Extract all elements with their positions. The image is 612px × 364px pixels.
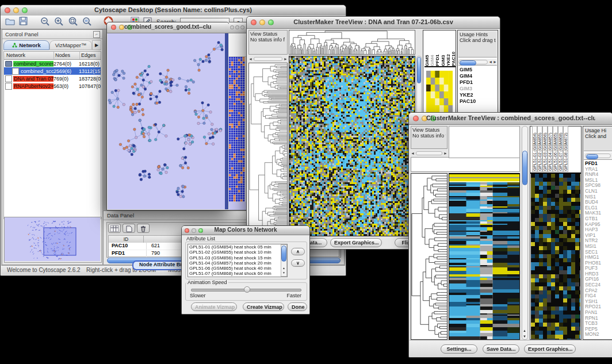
tv2-gene-item[interactable]: MSL1	[585, 178, 612, 183]
zoom-selected-icon[interactable]	[82, 17, 92, 28]
float-panel-icon[interactable]: ⌐	[93, 31, 100, 38]
tv2-gene-item[interactable]: PFD1	[585, 161, 612, 167]
tv2-gene-item[interactable]: PEP5	[585, 327, 612, 332]
tv1-zoom-heatmap[interactable]	[426, 71, 453, 112]
attribute-item[interactable]: GPL51-07 (GSM868) heat shock 60 min	[189, 271, 287, 276]
tabs-overflow-button[interactable]: ▶	[92, 40, 101, 50]
minimize-button[interactable]	[119, 25, 124, 30]
close-button[interactable]	[413, 116, 419, 121]
tv2-gene-item[interactable]: RPN1	[585, 316, 612, 321]
tv2-gene-hscrollbar[interactable]	[584, 152, 612, 160]
tv2-gene-item[interactable]: CLN1	[585, 189, 612, 194]
new-attribute-icon[interactable]	[123, 224, 135, 233]
tv1-col-dendrogram[interactable]	[289, 30, 415, 55]
dense-network-canvas[interactable]	[229, 57, 246, 202]
tv2-gene-item[interactable]: SPC98	[585, 183, 612, 189]
tv1-gene-item[interactable]: YKE2	[460, 92, 497, 98]
tv1-gene-item[interactable]: GIM3	[460, 86, 497, 92]
network-edges: 13112(15)	[79, 68, 101, 74]
tv2-export-graphics-button[interactable]: Export Graphics...	[524, 344, 576, 354]
tv2-gene-item[interactable]: PHO81	[585, 260, 612, 266]
attribute-item[interactable]: GPL51-06 (GSM865) heat shock 40 min	[189, 266, 287, 271]
create-vizmap-button[interactable]: Create Vizmap	[243, 302, 284, 311]
attribute-list[interactable]: GPL51-01 (GSM854) heat shock 05 minGPL51…	[188, 244, 288, 277]
tv2-gene-item[interactable]: MAK31	[585, 210, 612, 216]
save-session-icon[interactable]	[19, 17, 28, 28]
tv1-mini-hscrollbar[interactable]: ◄►	[248, 56, 288, 62]
tv2-mini-hscrollbar[interactable]: ◄►	[411, 150, 447, 156]
attribute-select-icon[interactable]	[108, 224, 121, 233]
tv1-gene-item[interactable]: GIM5	[460, 67, 497, 73]
open-session-icon[interactable]	[5, 17, 15, 28]
tv2-gene-item[interactable]: GTB1	[585, 216, 612, 222]
tv2-gene-item[interactable]: KAP95	[585, 222, 612, 228]
tv2-gene-item[interactable]: TCB3	[585, 321, 612, 327]
tv2-gene-item[interactable]: BUD4	[585, 200, 612, 205]
tv2-gene-item[interactable]: FIG4	[585, 293, 612, 299]
tv2-settings-button[interactable]: Settings...	[441, 344, 477, 354]
minimize-button[interactable]	[235, 25, 239, 29]
tv2-gene-item[interactable]: NTR2	[585, 238, 612, 244]
tab-network[interactable]: Network	[3, 40, 49, 50]
animate-vizmap-button[interactable]: Animate Vizmap	[191, 302, 237, 311]
network-row[interactable]: DNA and Tran 07769(0)183728(0)	[4, 75, 101, 82]
tv1-gene-item[interactable]: PAC10	[460, 98, 497, 105]
tv1-heatmap[interactable]	[289, 56, 415, 236]
zoom-in-icon[interactable]	[54, 17, 64, 28]
done-button[interactable]: Done	[288, 302, 307, 311]
close-button[interactable]	[251, 20, 257, 25]
tv1-export-graphics-button[interactable]: Export Graphics...	[330, 238, 382, 247]
main-title-bar[interactable]: Cytoscape Desktop (Session Name: collins…	[1, 5, 346, 16]
tv1-gene-item[interactable]: GIM4	[460, 73, 497, 79]
tv2-zoom-heatmap[interactable]	[531, 174, 580, 339]
tv2-gene-item[interactable]: YRA1	[585, 167, 612, 173]
zoom-out-icon[interactable]	[40, 17, 50, 28]
tv2-gene-item[interactable]: RNR4	[585, 172, 612, 178]
network-overview[interactable]	[4, 217, 102, 263]
delete-attribute-icon[interactable]	[137, 224, 150, 233]
tv2-save-data-button[interactable]: Save Data...	[483, 344, 519, 354]
tv2-gene-item[interactable]: PAN1	[585, 310, 612, 316]
close-button[interactable]	[230, 25, 234, 29]
tv2-gene-item[interactable]: MON2	[585, 332, 612, 338]
attribute-item[interactable]: GPL51-01 (GSM854) heat shock 05 min	[189, 244, 287, 250]
close-button[interactable]	[111, 25, 116, 30]
close-button[interactable]	[185, 228, 189, 233]
tv2-gene-item[interactable]: NIS1	[585, 194, 612, 200]
tv2-gene-item[interactable]: YSH1	[585, 299, 612, 305]
move-attribute-up-button[interactable]: ∧	[291, 248, 305, 255]
tv2-gene-item[interactable]: CPA2	[585, 288, 612, 294]
network-row[interactable]: RNAPuberNov2+563(0)107847(0)	[4, 82, 101, 90]
move-attribute-down-button[interactable]: ∨	[291, 259, 305, 267]
tv2-gene-item[interactable]: VIP1	[585, 233, 612, 239]
minimize-button[interactable]	[192, 228, 196, 233]
tv1-gene-item[interactable]: PFD1	[460, 79, 497, 86]
zoom-button[interactable]	[240, 25, 244, 29]
tv1-row-dendrogram[interactable]	[248, 63, 288, 236]
close-button[interactable]	[5, 7, 10, 13]
tv2-vscrollbar[interactable]: ▲ ▼	[522, 126, 528, 340]
tab-vizmapper[interactable]: VizMapper™	[49, 40, 92, 50]
tv2-gene-item[interactable]: HAP3	[585, 227, 612, 233]
tv2-gene-item[interactable]: GPI16	[585, 277, 612, 282]
tv2-gene-item[interactable]: HRD3	[585, 271, 612, 277]
network-canvas[interactable]	[108, 33, 225, 209]
tv2-gene-item[interactable]: SEC24	[585, 282, 612, 288]
network-row[interactable]: combined_sco2569(6)13112(15)	[4, 67, 101, 75]
attribute-item[interactable]: GPL51-03 (GSM856) heat shock 15 min	[189, 255, 287, 260]
attribute-list-scrollbar[interactable]: ▲ ▼	[281, 244, 287, 277]
tv2-heatmap[interactable]	[449, 173, 520, 340]
animation-speed-slider[interactable]	[191, 289, 301, 292]
tv2-row-dendrogram[interactable]	[411, 173, 447, 340]
tv1-gene-hscrollbar[interactable]: ◄►	[458, 59, 497, 66]
attribute-item[interactable]: GPL51-04 (GSM857) heat shock 20 min	[189, 260, 287, 266]
zoom-fit-icon[interactable]	[68, 17, 78, 28]
tv2-gene-item[interactable]: ELG1	[585, 205, 612, 211]
tv2-gene-item[interactable]: PUF3	[585, 266, 612, 271]
attribute-item[interactable]: GPL51-02 (GSM855) heat shock 10 min	[189, 250, 287, 255]
network-row[interactable]: combined_scores2764(0)16218(0)	[4, 60, 101, 67]
tv2-gene-item[interactable]: SEC1	[585, 250, 612, 255]
tv2-gene-item[interactable]: HMG1	[585, 255, 612, 260]
tv2-gene-item[interactable]: RPO21	[585, 304, 612, 310]
tv2-gene-item[interactable]: MSI1	[585, 244, 612, 250]
